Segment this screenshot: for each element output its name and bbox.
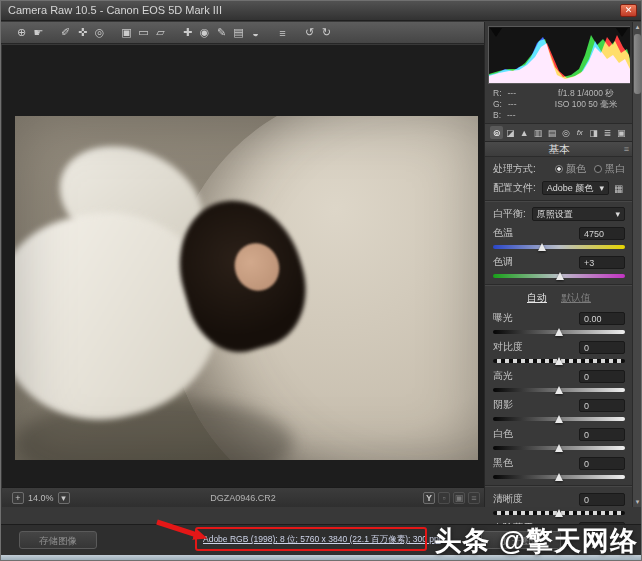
clarity-slider[interactable]	[493, 507, 625, 518]
temperature-value[interactable]: 4750	[579, 227, 625, 240]
highlights-slider[interactable]	[493, 384, 625, 395]
white-balance-tool-icon[interactable]: ✐	[57, 24, 74, 41]
rotate-left-icon[interactable]: ↺	[301, 24, 318, 41]
highlights-label: 高光	[493, 369, 513, 383]
view-option-icon[interactable]: ▣	[453, 492, 465, 504]
clarity-value[interactable]: 0	[579, 493, 625, 506]
bw-radio[interactable]: 黑白	[594, 162, 625, 176]
photo-preview[interactable]	[15, 116, 478, 460]
temperature-slider[interactable]	[493, 241, 625, 252]
exposure-value[interactable]: 0.00	[579, 312, 625, 325]
g-channel-label: G:	[493, 99, 502, 110]
panel-menu-icon[interactable]: ≡	[624, 142, 629, 157]
shadow-clipping-icon[interactable]	[490, 28, 502, 37]
contrast-slider[interactable]	[493, 355, 625, 366]
scroll-up-icon[interactable]: ▴	[633, 22, 642, 32]
profile-label: 配置文件:	[493, 181, 536, 195]
basic-tab-icon[interactable]: ⊚	[490, 126, 503, 139]
white-balance-select[interactable]: 原照设置 ▾	[532, 207, 625, 221]
hsl-grayscale-tab-icon[interactable]: ▥	[532, 126, 545, 139]
highlights-value[interactable]: 0	[579, 370, 625, 383]
b-channel-value: ---	[507, 110, 516, 121]
default-link[interactable]: 默认值	[561, 291, 591, 305]
before-after-toggle-button[interactable]: Y	[423, 492, 435, 504]
b-channel-label: B:	[493, 110, 501, 121]
annotation-box	[195, 527, 427, 551]
annotation-arrow	[153, 517, 217, 545]
preview-area: + 14.0% ▾ DGZA0946.CR2 Y ▫ ▣ ≡	[2, 45, 484, 507]
blacks-value[interactable]: 0	[579, 457, 625, 470]
lens-corrections-tab-icon[interactable]: ◎	[559, 126, 572, 139]
red-eye-tool-icon[interactable]: ◉	[196, 24, 213, 41]
tone-curve-tab-icon[interactable]: ◪	[504, 126, 517, 139]
whites-slider[interactable]	[493, 442, 625, 453]
straighten-tool-icon[interactable]: ▭	[135, 24, 152, 41]
tint-value[interactable]: +3	[579, 256, 625, 269]
presets-tab-icon[interactable]: ≣	[601, 126, 614, 139]
radial-filter-tool-icon[interactable]: ◒	[247, 24, 264, 41]
save-image-button[interactable]: 存储图像	[19, 531, 97, 549]
histogram[interactable]	[488, 26, 630, 84]
targeted-adjustment-tool-icon[interactable]: ◎	[91, 24, 108, 41]
histogram-info: R:--- G:--- B:--- f/1.8 1/4000 秒 ISO 100…	[485, 86, 633, 123]
chevron-down-icon: ▾	[599, 183, 604, 193]
detail-tab-icon[interactable]: ▲	[518, 126, 531, 139]
title-bar: Camera Raw 10.5 - Canon EOS 5D Mark III …	[1, 1, 641, 21]
shadows-value[interactable]: 0	[579, 399, 625, 412]
view-option-icon[interactable]: ≡	[468, 492, 480, 504]
whites-label: 白色	[493, 427, 513, 441]
camera-calibration-tab-icon[interactable]: ◨	[587, 126, 600, 139]
shadows-slider[interactable]	[493, 413, 625, 424]
snapshots-tab-icon[interactable]: ▣	[615, 126, 628, 139]
rotate-right-icon[interactable]: ↻	[318, 24, 335, 41]
preview-status-bar: + 14.0% ▾ DGZA0946.CR2 Y ▫ ▣ ≡	[2, 487, 484, 507]
spot-removal-tool-icon[interactable]: ✚	[179, 24, 196, 41]
contrast-label: 对比度	[493, 340, 523, 354]
watermark-handle: @擎天网络	[499, 526, 638, 556]
exposure-slider[interactable]	[493, 326, 625, 337]
auto-link[interactable]: 自动	[527, 291, 547, 305]
split-toning-tab-icon[interactable]: ▤	[546, 126, 559, 139]
panel-tabs: ⊚ ◪ ▲ ▥ ▤ ◎ fx ◨ ≣ ▣	[485, 123, 633, 142]
contrast-value[interactable]: 0	[579, 341, 625, 354]
g-channel-value: ---	[508, 99, 517, 110]
exif-iso-focal: ISO 100 50 毫米	[545, 99, 627, 110]
scroll-down-icon[interactable]: ▾	[633, 497, 642, 507]
r-channel-label: R:	[493, 88, 502, 99]
shadows-label: 阴影	[493, 398, 513, 412]
panel-title: 基本 ≡	[485, 142, 633, 157]
zoom-tool-icon[interactable]: ⊕	[13, 24, 30, 41]
clarity-label: 清晰度	[493, 492, 523, 506]
color-sampler-tool-icon[interactable]: ✜	[74, 24, 91, 41]
watermark-brand: 头条	[434, 526, 490, 556]
crop-tool-icon[interactable]: ▣	[118, 24, 135, 41]
tint-label: 色调	[493, 255, 513, 269]
transform-tool-icon[interactable]: ▱	[152, 24, 169, 41]
panel-scrollbar[interactable]: ▴ ▾	[632, 22, 641, 507]
profile-browser-icon[interactable]: ▦	[614, 183, 625, 194]
highlight-clipping-icon[interactable]	[616, 28, 628, 37]
tint-slider[interactable]	[493, 270, 625, 281]
view-option-icon[interactable]: ▫	[438, 492, 450, 504]
blacks-slider[interactable]	[493, 471, 625, 482]
blacks-label: 黑色	[493, 456, 513, 470]
window-title: Camera Raw 10.5 - Canon EOS 5D Mark III	[8, 4, 222, 16]
chevron-down-icon: ▾	[615, 209, 620, 219]
r-channel-value: ---	[508, 88, 517, 99]
preferences-icon[interactable]: ≡	[274, 24, 291, 41]
color-radio[interactable]: 颜色	[555, 162, 586, 176]
scrollbar-thumb[interactable]	[634, 34, 641, 94]
adjustment-brush-tool-icon[interactable]: ✎	[213, 24, 230, 41]
effects-tab-icon[interactable]: fx	[573, 126, 586, 139]
graduated-filter-tool-icon[interactable]: ▤	[230, 24, 247, 41]
whites-value[interactable]: 0	[579, 428, 625, 441]
camera-raw-window: Camera Raw 10.5 - Canon EOS 5D Mark III …	[0, 0, 642, 561]
white-balance-label: 白平衡:	[493, 207, 526, 221]
exif-aperture-shutter: f/1.8 1/4000 秒	[545, 88, 627, 99]
adjustments-panel: R:--- G:--- B:--- f/1.8 1/4000 秒 ISO 100…	[484, 22, 633, 507]
hand-tool-icon[interactable]: ☛	[30, 24, 47, 41]
process-mode-label: 处理方式:	[493, 162, 536, 176]
filename-label: DGZA0946.CR2	[2, 493, 484, 503]
profile-select[interactable]: Adobe 颜色 ▾	[542, 181, 609, 195]
close-button[interactable]: ✕	[620, 4, 637, 17]
